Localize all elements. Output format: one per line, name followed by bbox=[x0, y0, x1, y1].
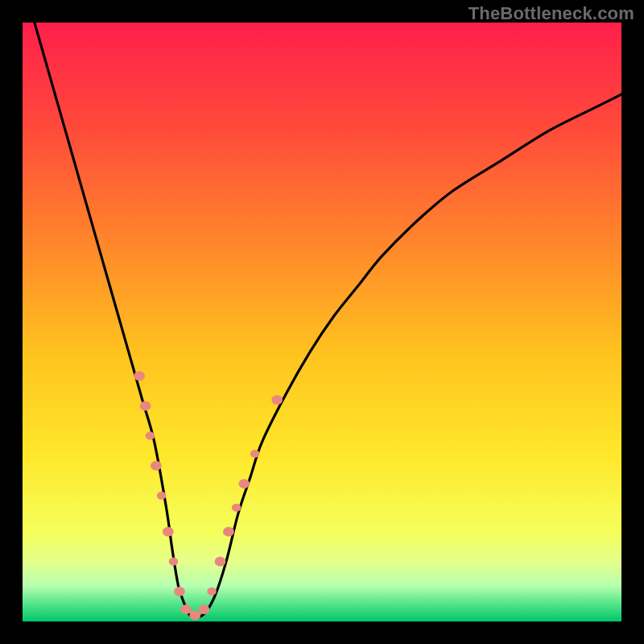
marker-dot bbox=[238, 479, 250, 489]
marker-dot bbox=[140, 401, 151, 411]
marker-dot bbox=[146, 431, 155, 440]
gradient-background bbox=[23, 23, 621, 621]
marker-dot bbox=[174, 587, 185, 597]
marker-dot bbox=[199, 605, 210, 614]
marker-dot bbox=[271, 395, 283, 405]
marker-dot bbox=[223, 526, 234, 536]
marker-dot bbox=[180, 605, 192, 614]
marker-dot bbox=[134, 371, 145, 381]
marker-dot bbox=[207, 588, 217, 596]
watermark-text: TheBottleneck.com bbox=[469, 3, 634, 24]
plot-area bbox=[23, 23, 621, 621]
marker-dot bbox=[189, 611, 200, 621]
marker-dot bbox=[157, 492, 167, 500]
marker-dot bbox=[215, 557, 226, 567]
marker-dot bbox=[169, 558, 179, 566]
marker-dot bbox=[163, 526, 174, 536]
marker-dot bbox=[250, 450, 260, 458]
marker-dot bbox=[151, 461, 162, 471]
marker-dot bbox=[232, 504, 242, 512]
chart-stage: TheBottleneck.com bbox=[0, 0, 644, 644]
bottleneck-chart bbox=[23, 23, 621, 621]
